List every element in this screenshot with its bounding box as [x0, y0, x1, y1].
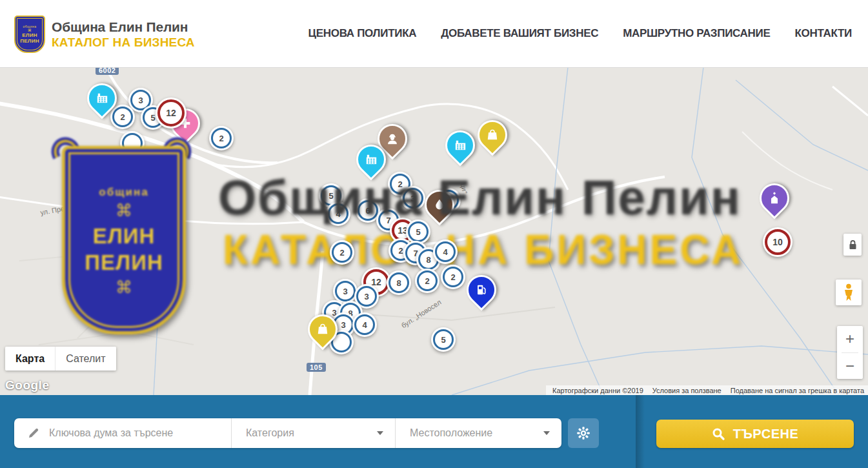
- category-select-value: Категория: [246, 427, 294, 439]
- map-cluster-marker[interactable]: 4: [352, 312, 377, 337]
- google-logo[interactable]: Google: [5, 378, 49, 392]
- crest-name: ЕЛИНПЕЛИН: [85, 223, 163, 276]
- nav-item-contacts[interactable]: КОНТАКТИ: [795, 27, 852, 40]
- site-title: Община Елин Пелин: [52, 19, 195, 35]
- crest-ornament-bottom: ⌘: [116, 281, 132, 294]
- map-cluster-marker[interactable]: 4: [433, 239, 458, 264]
- pegman-button[interactable]: [836, 280, 862, 305]
- zoom-control: + −: [837, 326, 863, 379]
- cluster-count: 4: [352, 312, 377, 337]
- category-select[interactable]: Категория: [231, 418, 395, 448]
- search-form-group: Категория Местоположение: [14, 418, 561, 448]
- pencil-icon: [27, 427, 40, 440]
- map-cluster-marker[interactable]: 10: [763, 227, 792, 257]
- cluster-count: 2: [415, 269, 439, 293]
- zoom-in-button[interactable]: +: [837, 326, 863, 352]
- gear-icon: [576, 426, 590, 440]
- search-submit-button[interactable]: ТЪРСЕНЕ: [656, 420, 854, 448]
- map-type-satellite-button[interactable]: Сателит: [56, 347, 116, 371]
- watermark-title: Община Елин Пелин: [218, 169, 812, 225]
- map-cluster-marker[interactable]: 12: [156, 97, 187, 128]
- header: община ⌘ ЕЛИН ПЕЛИН Община Елин Пелин КА…: [0, 0, 868, 68]
- searchbar-divider-shade: [636, 395, 645, 468]
- cluster-count: 10: [763, 227, 792, 257]
- search-icon: [712, 427, 725, 441]
- crest-name-line2: ПЕЛИН: [20, 38, 39, 44]
- map-cluster-marker[interactable]: 2: [415, 269, 439, 293]
- search-button-label: ТЪРСЕНЕ: [733, 427, 799, 442]
- map-type-control: Карта Сателит: [5, 347, 116, 371]
- map-pin-factory[interactable]: [439, 124, 481, 166]
- cluster-count: 2: [209, 126, 234, 150]
- keyword-search-input[interactable]: [48, 427, 212, 440]
- shopping-bag-icon: [479, 122, 505, 148]
- map-cluster-marker[interactable]: 2: [209, 126, 234, 150]
- cluster-count: 2: [330, 240, 354, 265]
- site-subtitle: КАТАЛОГ НА БИЗНЕСА: [52, 36, 195, 50]
- map-cluster-marker[interactable]: 8: [387, 270, 411, 295]
- factory-icon: [447, 132, 473, 158]
- search-bar: Категория Местоположение ТЪРСЕНЕ: [0, 395, 868, 468]
- crest-ornament: ⌘: [116, 204, 132, 218]
- map-pin-shopping-bag[interactable]: [471, 114, 513, 156]
- lock-icon: [849, 240, 857, 250]
- map-cluster-marker[interactable]: 5: [431, 327, 456, 352]
- location-select-value: Местоположение: [410, 427, 492, 439]
- factory-icon: [358, 147, 384, 172]
- cluster-count: 4: [433, 239, 458, 264]
- watermark-crest: община ⌘ ЕЛИНПЕЛИН ⌘: [62, 146, 186, 334]
- map-cluster-marker[interactable]: 2: [330, 240, 354, 265]
- pegman-icon: [843, 283, 854, 301]
- main-nav: ЦЕНОВА ПОЛИТИКА ДОБАВЕТЕ ВАШИЯТ БИЗНЕС М…: [308, 0, 852, 67]
- crest-town-label: община: [99, 186, 148, 199]
- location-select[interactable]: Местоположение: [395, 418, 561, 448]
- logo-text: Община Елин Пелин КАТАЛОГ НА БИЗНЕСА: [52, 19, 195, 50]
- report-error-link[interactable]: Подаване на сигнал за грешка в картата: [731, 387, 864, 394]
- map-pin-fuel-pump[interactable]: [460, 269, 502, 310]
- keyword-cell: [14, 418, 231, 448]
- cluster-count: 8: [387, 270, 411, 295]
- nav-item-schedule[interactable]: МАРШРУТНО РАЗПИСАНИЕ: [623, 27, 770, 40]
- map-cluster-marker[interactable]: 2: [441, 265, 465, 289]
- zoom-out-button[interactable]: −: [837, 353, 863, 380]
- nav-item-add-business[interactable]: ДОБАВЕТЕ ВАШИЯТ БИЗНЕС: [441, 27, 598, 40]
- lock-button[interactable]: [843, 234, 862, 256]
- municipality-crest-icon: община ⌘ ЕЛИН ПЕЛИН: [14, 15, 45, 53]
- google-map[interactable]: 6002105 ул. Преславбул. „Новоселци" КАТА…: [0, 67, 868, 395]
- attribution-copyright: Картографски данни ©2019: [552, 387, 643, 394]
- fuel-pump-icon: [469, 277, 494, 303]
- terms-link[interactable]: Условия за ползване: [652, 387, 722, 394]
- chevron-down-icon: [377, 431, 383, 435]
- crest-name-line1: ЕЛИН: [22, 32, 37, 38]
- page: община ⌘ ЕЛИН ПЕЛИН Община Елин Пелин КА…: [0, 0, 868, 468]
- advanced-search-button[interactable]: [568, 418, 599, 448]
- nav-item-pricing[interactable]: ЦЕНОВА ПОЛИТИКА: [308, 27, 417, 40]
- cluster-count: 12: [156, 97, 187, 128]
- chevron-down-icon: [543, 431, 550, 435]
- map-type-map-button[interactable]: Карта: [5, 347, 56, 371]
- cluster-count: 5: [431, 327, 456, 352]
- site-logo[interactable]: община ⌘ ЕЛИН ПЕЛИН Община Елин Пелин КА…: [14, 15, 195, 53]
- shopping-bag-icon: [310, 316, 336, 342]
- map-attribution: Картографски данни ©2019 Условия за полз…: [546, 385, 868, 395]
- cluster-count: 2: [441, 265, 465, 289]
- factory-icon: [89, 85, 115, 111]
